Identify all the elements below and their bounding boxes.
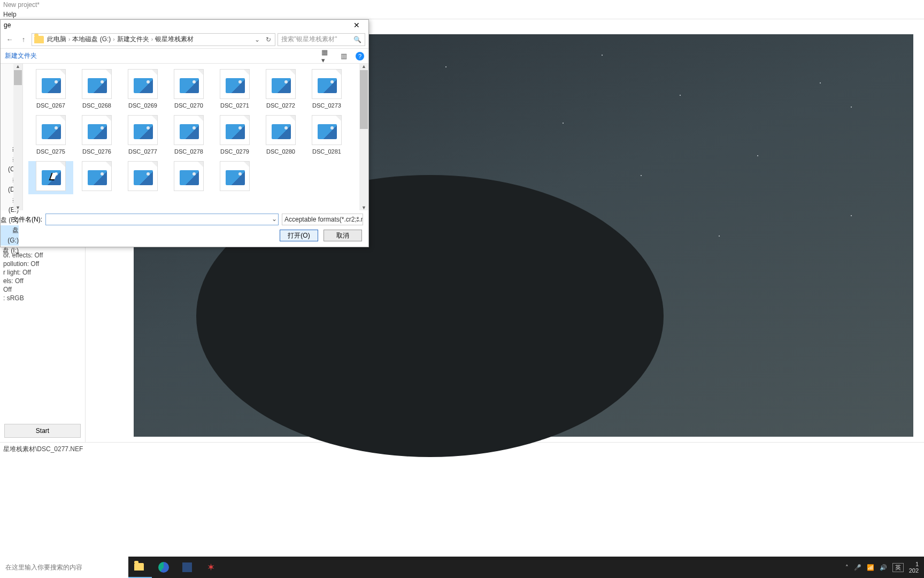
image-file-icon (36, 69, 66, 99)
tray-clock[interactable]: 1 (915, 561, 919, 567)
taskbar-edge-icon[interactable] (152, 557, 175, 578)
breadcrumb-item[interactable]: 此电脑 (47, 35, 66, 44)
tray-network-icon[interactable]: 📶 (867, 564, 874, 571)
taskbar-app-icon[interactable] (175, 557, 199, 578)
file-list[interactable]: DSC_0267DSC_0268DSC_0269DSC_0270DSC_0271… (23, 64, 368, 210)
file-label: DSC_0280 (266, 148, 295, 155)
taskbar[interactable]: 在这里输入你要搜索的内容 ✶ ˄ 🎤 📶 🔊 英 1 202 (0, 557, 924, 578)
file-label: DSC_0277 (128, 148, 157, 155)
chevron-down-icon[interactable]: ⌄ (355, 216, 360, 223)
search-placeholder: 搜索"银星堆栈素材" (281, 35, 337, 44)
file-item[interactable] (74, 161, 119, 194)
setting-line: Off (3, 285, 82, 294)
tray-volume-icon[interactable]: 🔊 (880, 564, 887, 571)
new-folder-button[interactable]: 新建文件夹 (5, 51, 37, 60)
file-item[interactable]: DSC_0279 (212, 115, 257, 155)
file-label: DSC_0269 (128, 102, 157, 109)
nav-back-button[interactable]: ← (4, 34, 16, 45)
file-open-dialog: ge ✕ ← ↑ 此电脑› 本地磁盘 (G:)› 新建文件夹› 银星堆栈素材 ⌄… (0, 19, 369, 247)
preview-pane-button[interactable]: ▥ (338, 51, 349, 62)
file-label: DSC_0279 (220, 148, 249, 155)
drive-item[interactable]: 盘 (I:) (1, 246, 19, 256)
file-item[interactable]: DSC_0281 (304, 115, 349, 155)
setting-line: : sRGB (3, 294, 82, 302)
dialog-title: ge (4, 21, 11, 29)
filename-input[interactable]: ⌄ (45, 214, 279, 225)
image-file-icon (266, 115, 296, 145)
file-item[interactable]: DSC_0272 (258, 69, 303, 109)
file-item[interactable]: DSC_0268 (74, 69, 119, 109)
file-item[interactable] (166, 161, 211, 194)
app-title: New project* (0, 0, 924, 10)
image-file-icon (128, 161, 158, 191)
breadcrumb[interactable]: 此电脑› 本地磁盘 (G:)› 新建文件夹› 银星堆栈素材 ⌄ ↻ (32, 33, 275, 46)
file-label: DSC_0273 (312, 102, 341, 109)
image-file-icon (82, 161, 112, 191)
search-input[interactable]: 搜索"银星堆栈素材" 🔍 (278, 33, 365, 46)
file-item[interactable]: DSC_0276 (74, 115, 119, 155)
file-item[interactable]: DSC_0270 (166, 69, 211, 109)
file-scrollbar[interactable]: ▲▼ (359, 64, 368, 210)
taskbar-search[interactable]: 在这里输入你要搜索的内容 (0, 557, 128, 578)
breadcrumb-item[interactable]: 银星堆栈素材 (155, 35, 194, 44)
drive-item[interactable]: 盘 (F:) (1, 215, 19, 225)
file-label: DSC_0272 (266, 102, 295, 109)
file-item[interactable]: DSC_0267 (28, 69, 73, 109)
file-label: DSC_0278 (174, 148, 203, 155)
tray-mic-icon[interactable]: 🎤 (854, 564, 861, 571)
view-mode-button[interactable]: ▦ ▾ (321, 51, 332, 62)
refresh-button[interactable]: ↻ (262, 36, 275, 43)
image-file-icon (220, 115, 250, 145)
nav-tree[interactable]: 象盘 (C:)盘 (D:)盘 (E:)盘 (F:)盘 (G:)盘 (I:) ▲▼ (1, 64, 23, 210)
taskbar-app2-icon[interactable]: ✶ (199, 557, 222, 578)
help-button[interactable]: ? (356, 52, 364, 60)
image-file-icon (174, 69, 204, 99)
file-item[interactable] (28, 161, 73, 194)
chevron-down-icon[interactable]: ⌄ (272, 215, 277, 223)
settings-list: or. effects: Off pollution: Off r light:… (0, 248, 85, 306)
file-item[interactable]: DSC_0269 (120, 69, 165, 109)
file-item[interactable]: DSC_0278 (166, 115, 211, 155)
image-file-icon (36, 115, 66, 145)
file-item[interactable]: DSC_0275 (28, 115, 73, 155)
breadcrumb-item[interactable]: 本地磁盘 (G:) (72, 35, 111, 44)
tray-ime[interactable]: 英 (892, 563, 904, 572)
file-label: DSC_0271 (220, 102, 249, 109)
setting-line: els: Off (3, 277, 82, 285)
start-button[interactable]: Start (4, 424, 81, 438)
setting-line: pollution: Off (3, 260, 82, 268)
taskbar-explorer-icon[interactable] (128, 557, 152, 578)
file-item[interactable]: DSC_0277 (120, 115, 165, 155)
image-file-icon (220, 69, 250, 99)
breadcrumb-dropdown-icon[interactable]: ⌄ (252, 36, 262, 43)
drive-item[interactable]: 盘 (G:) (1, 225, 19, 246)
file-label: DSC_0270 (174, 102, 203, 109)
nav-up-button[interactable]: ↑ (18, 34, 29, 45)
breadcrumb-item[interactable]: 新建文件夹 (117, 35, 149, 44)
tray-date: 202 (909, 567, 919, 574)
dialog-close-button[interactable]: ✕ (348, 20, 365, 31)
file-label: DSC_0276 (82, 148, 111, 155)
file-label: DSC_0267 (36, 102, 65, 109)
cancel-button[interactable]: 取消 (324, 230, 362, 241)
image-file-icon (36, 161, 66, 191)
image-file-icon (174, 115, 204, 145)
tray-chevron-icon[interactable]: ˄ (845, 564, 849, 571)
file-item[interactable]: DSC_0271 (212, 69, 257, 109)
image-file-icon (174, 161, 204, 191)
image-file-icon (266, 69, 296, 99)
file-label: DSC_0281 (312, 148, 341, 155)
file-label: DSC_0268 (82, 102, 111, 109)
file-item[interactable] (212, 161, 257, 194)
tree-scrollbar[interactable]: ▲▼ (13, 64, 22, 210)
file-item[interactable]: DSC_0273 (304, 69, 349, 109)
file-item[interactable] (120, 161, 165, 194)
file-type-filter[interactable]: Acceptable formats(*.cr2;*.ne ⌄ (282, 214, 363, 225)
file-item[interactable]: DSC_0280 (258, 115, 303, 155)
image-file-icon (312, 69, 342, 99)
system-tray[interactable]: ˄ 🎤 📶 🔊 英 1 202 (840, 561, 924, 574)
open-button[interactable]: 打开(O) (280, 230, 318, 241)
image-file-icon (128, 115, 158, 145)
menu-help[interactable]: Help (0, 10, 924, 19)
folder-icon (34, 36, 44, 43)
